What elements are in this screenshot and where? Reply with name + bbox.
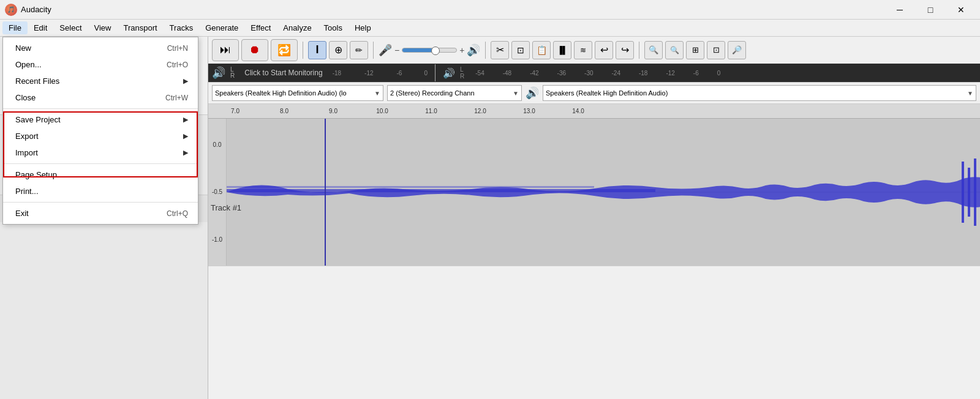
out-scale-54: -54 <box>475 70 484 76</box>
paste-button[interactable]: 📋 <box>532 41 551 59</box>
menu-file[interactable]: File <box>2 21 28 34</box>
redo-button[interactable]: ↪ <box>616 41 634 59</box>
menu-tools[interactable]: Tools <box>318 21 349 34</box>
menu-edit[interactable]: Edit <box>28 21 53 34</box>
track-area: 0.0 -0.5 -1.0 <box>208 119 980 266</box>
speaker-lr-icon: 🔊 <box>212 66 225 80</box>
ruler-12: 12.0 <box>456 108 505 114</box>
menu-analyze[interactable]: Analyze <box>277 21 317 34</box>
toolbar-separator-3 <box>485 42 486 59</box>
ruler-7: 7.0 <box>211 108 260 114</box>
output-vol-icon: 🔊 <box>526 86 539 100</box>
menu-generate[interactable]: Generate <box>199 21 244 34</box>
input-device-arrow: ▼ <box>374 90 380 97</box>
out-scale-42: -42 <box>530 70 538 76</box>
zoom-fit-button[interactable]: ⊡ <box>707 41 725 59</box>
window-controls: ─ □ ✕ <box>886 0 975 20</box>
draw-tool-button[interactable]: ✏ <box>350 41 368 59</box>
cut-button[interactable]: ✂ <box>491 41 509 59</box>
svg-rect-4 <box>968 168 970 217</box>
output-device-select[interactable]: Speakers (Realtek High Definition Audio)… <box>543 85 976 101</box>
title-bar: 🎵 Audacity ─ □ ✕ <box>0 0 980 20</box>
svg-rect-3 <box>962 162 964 223</box>
lr-label: L R <box>230 67 235 79</box>
minimize-button[interactable]: ─ <box>886 0 914 20</box>
monitor-sep <box>435 64 435 81</box>
output-lr-label: L R <box>460 66 464 80</box>
waveform-scale: 0.0 -0.5 -1.0 <box>208 119 227 266</box>
input-device-select[interactable]: Speakers (Realtek High Definition Audio)… <box>212 85 383 101</box>
mic-plus: + <box>459 45 464 55</box>
waveform-svg <box>227 119 980 266</box>
ruler-14: 14.0 <box>554 108 603 114</box>
out-scale-24: -24 <box>612 70 620 76</box>
timeline-ruler: 7.0 8.0 9.0 10.0 11.0 12.0 13.0 14.0 <box>208 104 980 119</box>
menu-print[interactable]: Print... <box>3 183 198 200</box>
trim-button[interactable]: ≋ <box>574 41 592 59</box>
separator-1 <box>3 108 198 109</box>
out-scale-6: -6 <box>693 70 699 76</box>
toolbar-separator-4 <box>639 42 639 59</box>
menu-save-project[interactable]: Save Project ▶ <box>3 111 198 128</box>
out-scale-48: -48 <box>503 70 511 76</box>
svg-rect-5 <box>974 158 976 226</box>
zoom-fit-project-button[interactable]: ⊞ <box>686 41 704 59</box>
file-dropdown: New Ctrl+N Open... Ctrl+O Recent Files ▶… <box>2 37 198 225</box>
zoom-toggle-button[interactable]: 🔎 <box>728 41 746 59</box>
monitor-text[interactable]: Click to Start Monitoring <box>239 69 327 77</box>
device-bar: Speakers (Realtek High Definition Audio)… <box>208 82 980 104</box>
undo-button[interactable]: ↩ <box>595 41 613 59</box>
scale-zero: 0 <box>424 70 428 76</box>
zoom-out-button[interactable]: 🔍 <box>665 41 684 59</box>
out-scale-0: 0 <box>717 70 721 76</box>
menu-page-setup[interactable]: Page Setup... <box>3 166 198 183</box>
menu-effect[interactable]: Effect <box>244 21 277 34</box>
out-scale-36: -36 <box>557 70 566 76</box>
out-scale-18: -18 <box>639 70 647 76</box>
select-tool-button[interactable]: I <box>308 41 326 59</box>
close-button[interactable]: ✕ <box>947 0 975 20</box>
ruler-8: 8.0 <box>260 108 309 114</box>
menu-close[interactable]: Close Ctrl+W <box>3 89 198 106</box>
toolbar-separator-1 <box>303 42 303 59</box>
app-icon: 🎵 <box>5 4 17 16</box>
menu-open[interactable]: Open... Ctrl+O <box>3 56 198 73</box>
output-speaker-icon: 🔊 <box>443 67 455 79</box>
record-button[interactable]: ⏺ <box>241 39 268 61</box>
toolbar-separator-2 <box>373 42 374 59</box>
mic-icon: 🎤 <box>379 43 392 57</box>
silence-button[interactable]: ▐▌ <box>553 41 571 59</box>
menu-new[interactable]: New Ctrl+N <box>3 40 198 56</box>
menu-exit[interactable]: Exit Ctrl+Q <box>3 205 198 222</box>
separator-2 <box>3 163 198 164</box>
copy-button[interactable]: ⊡ <box>511 41 530 59</box>
menu-view[interactable]: View <box>88 21 118 34</box>
scale-minus18: -18 <box>333 70 341 76</box>
multitool-button[interactable]: ⊕ <box>329 41 347 59</box>
out-scale-30: -30 <box>584 70 593 76</box>
app-title: Audacity <box>21 5 886 14</box>
ruler-13: 13.0 <box>505 108 554 114</box>
channels-select[interactable]: 2 (Stereo) Recording Chann ▼ <box>387 85 522 101</box>
mic-minus: − <box>394 45 399 55</box>
menu-import[interactable]: Import ▶ <box>3 144 198 161</box>
ruler-9: 9.0 <box>309 108 358 114</box>
menu-recent-files[interactable]: Recent Files ▶ <box>3 73 198 89</box>
scale-minus12: -12 <box>364 70 373 76</box>
menu-tracks[interactable]: Tracks <box>164 21 200 34</box>
waveform-canvas <box>227 119 980 266</box>
menu-help[interactable]: Help <box>349 21 377 34</box>
separator-3 <box>3 202 198 203</box>
zoom-in-button[interactable]: 🔍 <box>644 41 663 59</box>
mic-volume-slider[interactable] <box>402 48 457 53</box>
menu-transport[interactable]: Transport <box>117 21 163 34</box>
scale-top: 0.0 <box>213 141 222 148</box>
loop-button[interactable]: 🔁 <box>271 39 298 61</box>
menu-bar: File Edit Select View Transport Tracks G… <box>0 20 980 37</box>
skip-to-end-button[interactable]: ⏭ <box>212 39 239 61</box>
maximize-button[interactable]: □ <box>916 0 944 20</box>
playhead <box>325 119 326 266</box>
output-device-arrow: ▼ <box>967 90 973 97</box>
menu-export[interactable]: Export ▶ <box>3 128 198 144</box>
menu-select[interactable]: Select <box>53 21 88 34</box>
